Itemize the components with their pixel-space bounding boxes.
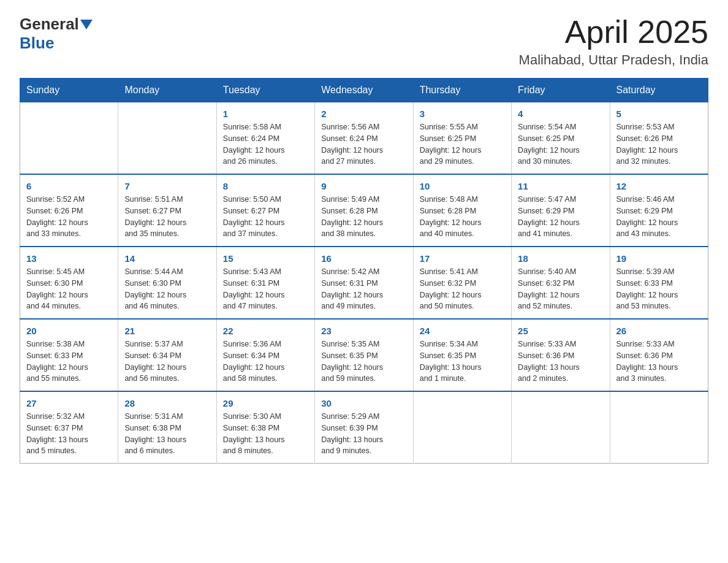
header: General Blue April 2025 Malihabad, Uttar… xyxy=(20,15,708,68)
day-info: Sunrise: 5:40 AM Sunset: 6:32 PM Dayligh… xyxy=(518,266,603,312)
calendar-cell: 7Sunrise: 5:51 AM Sunset: 6:27 PM Daylig… xyxy=(118,174,216,247)
day-info: Sunrise: 5:50 AM Sunset: 6:27 PM Dayligh… xyxy=(223,194,308,240)
day-number: 13 xyxy=(26,253,112,264)
calendar-table: SundayMondayTuesdayWednesdayThursdayFrid… xyxy=(20,78,708,464)
week-row-5: 27Sunrise: 5:32 AM Sunset: 6:37 PM Dayli… xyxy=(20,391,708,464)
calendar-cell: 23Sunrise: 5:35 AM Sunset: 6:35 PM Dayli… xyxy=(315,319,413,391)
day-number: 24 xyxy=(420,326,505,336)
calendar-cell xyxy=(20,102,118,175)
day-number: 20 xyxy=(26,326,112,336)
day-number: 27 xyxy=(26,398,112,408)
day-number: 19 xyxy=(616,253,702,264)
calendar-cell: 15Sunrise: 5:43 AM Sunset: 6:31 PM Dayli… xyxy=(216,247,314,319)
day-number: 17 xyxy=(420,253,505,264)
week-row-1: 1Sunrise: 5:58 AM Sunset: 6:24 PM Daylig… xyxy=(20,102,708,175)
calendar-cell: 11Sunrise: 5:47 AM Sunset: 6:29 PM Dayli… xyxy=(512,174,610,247)
calendar-cell: 13Sunrise: 5:45 AM Sunset: 6:30 PM Dayli… xyxy=(20,247,118,319)
day-info: Sunrise: 5:53 AM Sunset: 6:26 PM Dayligh… xyxy=(616,121,702,167)
day-number: 11 xyxy=(518,181,603,191)
calendar-cell: 5Sunrise: 5:53 AM Sunset: 6:26 PM Daylig… xyxy=(610,102,708,175)
day-info: Sunrise: 5:47 AM Sunset: 6:29 PM Dayligh… xyxy=(518,194,603,240)
day-number: 1 xyxy=(223,109,308,119)
day-info: Sunrise: 5:44 AM Sunset: 6:30 PM Dayligh… xyxy=(124,266,210,312)
calendar-cell: 1Sunrise: 5:58 AM Sunset: 6:24 PM Daylig… xyxy=(216,102,314,175)
day-info: Sunrise: 5:56 AM Sunset: 6:24 PM Dayligh… xyxy=(321,121,406,167)
day-number: 10 xyxy=(420,181,505,191)
week-row-2: 6Sunrise: 5:52 AM Sunset: 6:26 PM Daylig… xyxy=(20,174,708,247)
day-number: 29 xyxy=(223,398,308,408)
day-info: Sunrise: 5:45 AM Sunset: 6:30 PM Dayligh… xyxy=(26,266,112,312)
calendar-cell xyxy=(118,102,216,175)
week-row-3: 13Sunrise: 5:45 AM Sunset: 6:30 PM Dayli… xyxy=(20,247,708,319)
day-number: 26 xyxy=(616,326,702,336)
day-number: 4 xyxy=(518,109,603,119)
calendar-cell: 9Sunrise: 5:49 AM Sunset: 6:28 PM Daylig… xyxy=(315,174,413,247)
calendar-cell: 12Sunrise: 5:46 AM Sunset: 6:29 PM Dayli… xyxy=(610,174,708,247)
logo-arrow-icon xyxy=(80,20,93,29)
calendar-cell xyxy=(610,391,708,464)
header-friday: Friday xyxy=(512,79,610,102)
day-info: Sunrise: 5:38 AM Sunset: 6:33 PM Dayligh… xyxy=(26,339,112,385)
day-info: Sunrise: 5:36 AM Sunset: 6:34 PM Dayligh… xyxy=(223,339,308,385)
day-info: Sunrise: 5:41 AM Sunset: 6:32 PM Dayligh… xyxy=(420,266,505,312)
calendar-cell: 2Sunrise: 5:56 AM Sunset: 6:24 PM Daylig… xyxy=(315,102,413,175)
day-number: 28 xyxy=(124,398,210,408)
day-number: 30 xyxy=(321,398,406,408)
week-row-4: 20Sunrise: 5:38 AM Sunset: 6:33 PM Dayli… xyxy=(20,319,708,391)
header-thursday: Thursday xyxy=(413,79,511,102)
logo: General Blue xyxy=(20,15,94,53)
day-info: Sunrise: 5:46 AM Sunset: 6:29 PM Dayligh… xyxy=(616,194,702,240)
day-info: Sunrise: 5:34 AM Sunset: 6:35 PM Dayligh… xyxy=(420,339,505,385)
day-info: Sunrise: 5:35 AM Sunset: 6:35 PM Dayligh… xyxy=(321,339,406,385)
day-number: 6 xyxy=(26,181,112,191)
day-number: 15 xyxy=(223,253,308,264)
day-number: 18 xyxy=(518,253,603,264)
calendar-cell xyxy=(413,391,511,464)
day-number: 25 xyxy=(518,326,603,336)
calendar-cell: 17Sunrise: 5:41 AM Sunset: 6:32 PM Dayli… xyxy=(413,247,511,319)
calendar-cell: 3Sunrise: 5:55 AM Sunset: 6:25 PM Daylig… xyxy=(413,102,511,175)
calendar-cell: 18Sunrise: 5:40 AM Sunset: 6:32 PM Dayli… xyxy=(512,247,610,319)
calendar-cell: 22Sunrise: 5:36 AM Sunset: 6:34 PM Dayli… xyxy=(216,319,314,391)
day-number: 22 xyxy=(223,326,308,336)
title-area: April 2025 Malihabad, Uttar Pradesh, Ind… xyxy=(519,15,708,68)
day-number: 12 xyxy=(616,181,702,191)
header-sunday: Sunday xyxy=(20,79,118,102)
header-monday: Monday xyxy=(118,79,216,102)
day-info: Sunrise: 5:29 AM Sunset: 6:39 PM Dayligh… xyxy=(321,411,406,457)
day-info: Sunrise: 5:48 AM Sunset: 6:28 PM Dayligh… xyxy=(420,194,505,240)
day-info: Sunrise: 5:43 AM Sunset: 6:31 PM Dayligh… xyxy=(223,266,308,312)
logo-general-text: General xyxy=(20,15,79,34)
calendar-cell: 19Sunrise: 5:39 AM Sunset: 6:33 PM Dayli… xyxy=(610,247,708,319)
calendar-cell: 27Sunrise: 5:32 AM Sunset: 6:37 PM Dayli… xyxy=(20,391,118,464)
calendar-cell: 10Sunrise: 5:48 AM Sunset: 6:28 PM Dayli… xyxy=(413,174,511,247)
day-info: Sunrise: 5:33 AM Sunset: 6:36 PM Dayligh… xyxy=(616,339,702,385)
calendar-header-row: SundayMondayTuesdayWednesdayThursdayFrid… xyxy=(20,79,708,102)
day-number: 2 xyxy=(321,109,406,119)
day-number: 16 xyxy=(321,253,406,264)
logo-blue-text: Blue xyxy=(20,34,54,52)
calendar-cell: 6Sunrise: 5:52 AM Sunset: 6:26 PM Daylig… xyxy=(20,174,118,247)
day-info: Sunrise: 5:52 AM Sunset: 6:26 PM Dayligh… xyxy=(26,194,112,240)
day-info: Sunrise: 5:55 AM Sunset: 6:25 PM Dayligh… xyxy=(420,121,505,167)
calendar-cell: 26Sunrise: 5:33 AM Sunset: 6:36 PM Dayli… xyxy=(610,319,708,391)
header-wednesday: Wednesday xyxy=(315,79,413,102)
day-info: Sunrise: 5:37 AM Sunset: 6:34 PM Dayligh… xyxy=(124,339,210,385)
calendar-cell: 20Sunrise: 5:38 AM Sunset: 6:33 PM Dayli… xyxy=(20,319,118,391)
calendar-cell: 4Sunrise: 5:54 AM Sunset: 6:25 PM Daylig… xyxy=(512,102,610,175)
day-number: 3 xyxy=(420,109,505,119)
calendar-cell: 21Sunrise: 5:37 AM Sunset: 6:34 PM Dayli… xyxy=(118,319,216,391)
day-info: Sunrise: 5:54 AM Sunset: 6:25 PM Dayligh… xyxy=(518,121,603,167)
day-info: Sunrise: 5:58 AM Sunset: 6:24 PM Dayligh… xyxy=(223,121,308,167)
day-info: Sunrise: 5:33 AM Sunset: 6:36 PM Dayligh… xyxy=(518,339,603,385)
day-number: 8 xyxy=(223,181,308,191)
calendar-cell: 16Sunrise: 5:42 AM Sunset: 6:31 PM Dayli… xyxy=(315,247,413,319)
day-number: 23 xyxy=(321,326,406,336)
day-info: Sunrise: 5:30 AM Sunset: 6:38 PM Dayligh… xyxy=(223,411,308,457)
day-number: 14 xyxy=(124,253,210,264)
page-subtitle: Malihabad, Uttar Pradesh, India xyxy=(519,52,708,68)
day-number: 7 xyxy=(124,181,210,191)
day-info: Sunrise: 5:49 AM Sunset: 6:28 PM Dayligh… xyxy=(321,194,406,240)
header-tuesday: Tuesday xyxy=(216,79,314,102)
calendar-cell: 30Sunrise: 5:29 AM Sunset: 6:39 PM Dayli… xyxy=(315,391,413,464)
